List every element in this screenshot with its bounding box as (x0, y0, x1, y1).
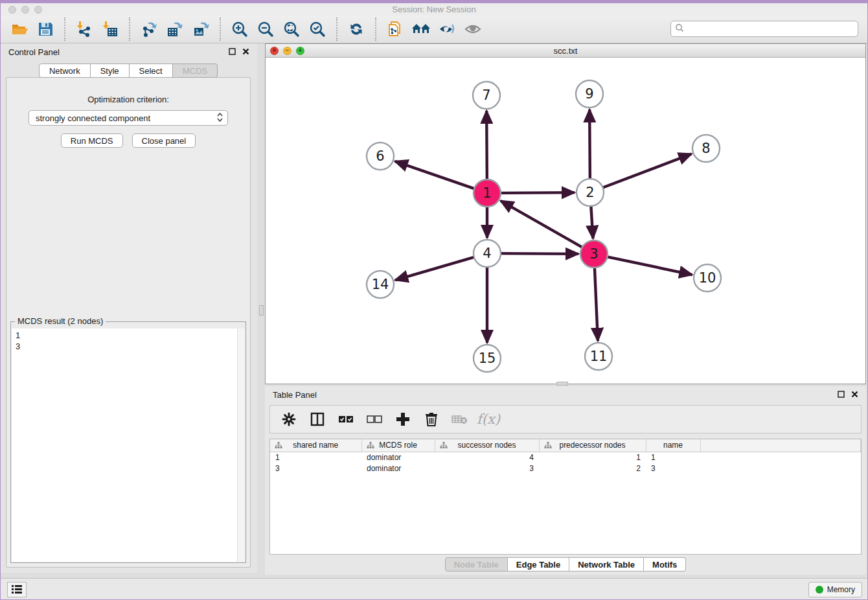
hierarchy-icon (367, 442, 374, 451)
unchecked-boxes-icon (366, 411, 383, 428)
network-canvas[interactable]: 7968124314101511 (266, 58, 865, 384)
open-file-button[interactable] (6, 17, 32, 41)
zoom-out-button[interactable] (253, 17, 279, 41)
graph-edge-3-11[interactable] (595, 268, 598, 341)
col-mcds-role[interactable]: MCDS role (361, 439, 435, 452)
mcds-result-scrollbar[interactable] (237, 329, 245, 562)
tab-node-table[interactable]: Node Table (445, 557, 508, 571)
graph-node-label-2: 2 (586, 185, 594, 200)
graph-edge-4-3[interactable] (501, 253, 578, 254)
plus-icon (395, 411, 411, 427)
save-session-button[interactable] (32, 17, 58, 41)
col-name[interactable]: name (646, 439, 700, 452)
control-panel-title: Control Panel (8, 47, 229, 57)
zoom-in-button[interactable] (227, 17, 253, 41)
import-table-button[interactable] (97, 17, 123, 41)
graph-edge-1-7[interactable] (486, 111, 487, 179)
tab-network-table[interactable]: Network Table (569, 557, 644, 571)
slashed-eye-icon (438, 21, 456, 38)
memory-button[interactable]: Memory (808, 582, 862, 597)
tab-motifs[interactable]: Motifs (644, 557, 686, 571)
zoom-fit-icon (283, 21, 300, 38)
float-table-panel-icon[interactable] (838, 390, 845, 400)
graph-edge-2-3[interactable] (591, 206, 593, 238)
search-input[interactable] (687, 24, 854, 34)
delete-column-button-disabled[interactable] (448, 407, 472, 432)
close-table-panel-icon[interactable] (851, 390, 858, 400)
horizontal-splitter-grip[interactable] (556, 382, 568, 386)
table-panel: Table Panel f(x) (265, 386, 866, 575)
refresh-icon (348, 21, 365, 38)
table-panel-tabs: Node Table Edge Table Network Table Moti… (265, 557, 866, 571)
toggle-columns-button[interactable] (305, 407, 330, 432)
close-panel-icon[interactable] (242, 47, 249, 57)
optimization-criterion-select[interactable]: strongly connected component (29, 110, 228, 126)
checked-boxes-icon (337, 411, 354, 428)
graph-node-label-8: 8 (702, 141, 710, 156)
node-table[interactable]: shared name MCDS role successor nodes pr… (269, 439, 862, 555)
graph-edge-2-8[interactable] (603, 154, 692, 188)
export-network-button[interactable] (136, 17, 162, 41)
tab-style[interactable]: Style (91, 63, 130, 78)
close-panel-button[interactable]: Close panel (132, 133, 196, 148)
tab-mcds[interactable]: MCDS (173, 63, 218, 78)
col-successor-nodes[interactable]: successor nodes (435, 439, 539, 452)
col-predecessor-nodes[interactable]: predecessor nodes (539, 439, 646, 452)
graph-edge-3-1[interactable] (501, 201, 582, 248)
graph-node-label-9: 9 (585, 86, 593, 102)
selected-criterion: strongly connected component (36, 113, 216, 123)
hide-visual-button[interactable] (434, 17, 460, 41)
window-title: Session: New Session (1, 5, 867, 14)
import-network-button[interactable] (71, 17, 97, 41)
zoom-selected-button[interactable] (304, 17, 330, 41)
export-image-icon (192, 21, 209, 38)
refresh-button[interactable] (343, 17, 369, 41)
graph-edge-2-9[interactable] (589, 110, 590, 179)
table-row[interactable]: 1 dominator 4 1 1 (270, 452, 861, 463)
add-column-button[interactable] (391, 407, 415, 432)
search-field[interactable] (670, 21, 858, 37)
float-panel-icon[interactable] (229, 47, 236, 57)
export-network-icon (141, 21, 157, 38)
graph-edge-1-2[interactable] (501, 192, 575, 193)
import-table-icon (102, 21, 119, 38)
graph-node-label-3: 3 (589, 246, 598, 262)
graph-svg[interactable]: 7968124314101511 (266, 58, 865, 384)
graph-node-label-15: 15 (479, 351, 496, 366)
zoom-fit-button[interactable] (279, 17, 304, 41)
clone-network-button[interactable] (382, 17, 408, 41)
vertical-splitter-grip[interactable] (259, 305, 264, 316)
graph-edge-3-10[interactable] (608, 257, 692, 275)
eye-button[interactable] (460, 17, 486, 41)
gear-icon (282, 412, 296, 426)
tab-network[interactable]: Network (39, 63, 91, 78)
run-mcds-button[interactable]: Run MCDS (61, 133, 123, 148)
memory-label: Memory (827, 585, 855, 594)
deselect-all-button[interactable] (362, 407, 387, 432)
function-builder-button-disabled[interactable]: f(x) (476, 407, 501, 432)
graph-edge-1-6[interactable] (395, 161, 474, 189)
table-row[interactable]: 3 dominator 3 2 3 (270, 463, 861, 474)
network-view-window: scc.txt × − + 7968124314101511 (265, 43, 866, 384)
zoom-in-icon (231, 21, 248, 38)
graph-edge-4-14[interactable] (395, 257, 474, 280)
houses-button[interactable] (408, 17, 434, 41)
graph-node-label-10: 10 (699, 270, 716, 286)
network-window-titlebar[interactable]: scc.txt × − + (266, 44, 865, 58)
export-table-icon (166, 21, 183, 38)
table-settings-button[interactable] (277, 407, 301, 432)
export-table-button[interactable] (162, 17, 188, 41)
tab-edge-table[interactable]: Edge Table (508, 557, 569, 571)
mcds-result-area[interactable]: 1 3 (12, 329, 245, 562)
save-disk-icon (38, 21, 53, 37)
delete-button[interactable] (419, 407, 444, 432)
export-image-button[interactable] (188, 17, 214, 41)
tab-select[interactable]: Select (130, 63, 173, 78)
hierarchy-icon (275, 442, 282, 451)
select-all-button[interactable] (334, 407, 358, 432)
col-shared-name[interactable]: shared name (270, 439, 361, 452)
control-panel-tabs: Network Style Select MCDS (6, 63, 250, 78)
zoom-selected-icon (309, 21, 326, 38)
import-network-icon (76, 21, 93, 38)
task-history-button[interactable] (7, 582, 27, 597)
